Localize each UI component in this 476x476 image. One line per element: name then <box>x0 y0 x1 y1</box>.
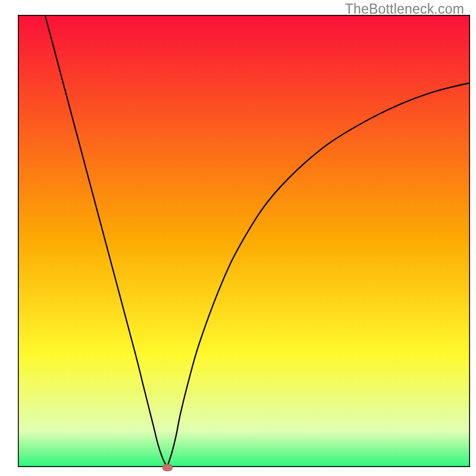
minimum-marker <box>162 464 173 471</box>
chart-plot-area <box>18 15 470 467</box>
gradient-background <box>18 15 470 467</box>
watermark-text: TheBottleneck.com <box>345 1 464 17</box>
chart-svg <box>18 15 470 467</box>
